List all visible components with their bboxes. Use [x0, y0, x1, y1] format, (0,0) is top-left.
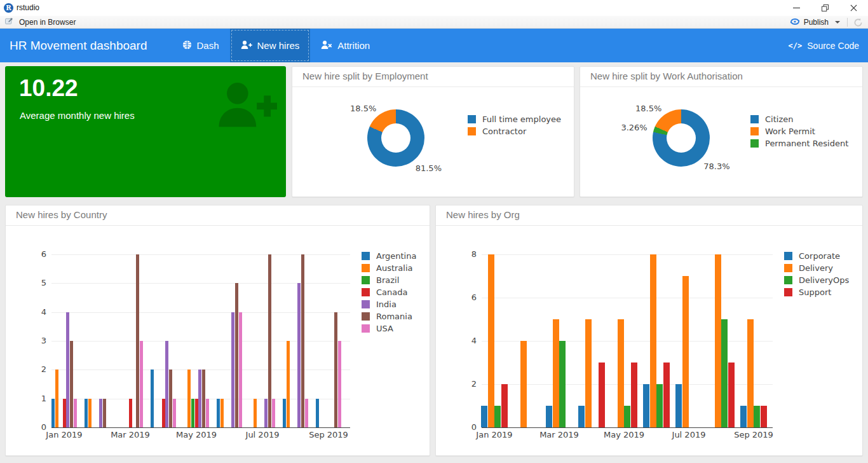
legend-item[interactable]: Brazil — [362, 275, 399, 285]
bar — [99, 399, 102, 427]
card-new-hires-by-org: New hires by Org 02468Jan 2019Mar 2019Ma… — [435, 205, 863, 456]
card-employment: New hire split by Employment 81.5%18.5%F… — [292, 66, 574, 197]
legend-label: Argentina — [376, 251, 416, 261]
person-plus-icon — [241, 40, 252, 52]
source-code-button[interactable]: </> Source Code — [780, 29, 868, 62]
x-tick-label: May 2019 — [599, 430, 649, 439]
restore-button[interactable] — [811, 0, 839, 16]
legend-item[interactable]: Delivery — [784, 263, 833, 273]
bar — [520, 341, 527, 427]
legend-item[interactable]: USA — [362, 323, 393, 333]
open-in-browser-button[interactable]: Open in Browser — [5, 16, 76, 29]
legend-label: Romania — [376, 312, 412, 321]
legend-item[interactable]: Canada — [362, 287, 407, 297]
tab-dash[interactable]: Dash — [172, 29, 230, 62]
chart-country-plot: 0123456Jan 2019Mar 2019May 2019Jul 2019S… — [6, 205, 430, 455]
bar — [272, 399, 275, 427]
bar — [631, 363, 637, 427]
bar — [338, 341, 341, 427]
legend-item[interactable]: Support — [784, 287, 831, 297]
person-x-icon — [321, 40, 332, 52]
bar — [55, 370, 58, 427]
legend-item[interactable]: Corporate — [784, 251, 840, 261]
bar — [715, 254, 721, 427]
bar — [721, 319, 728, 427]
tab-new-hires-label: New hires — [257, 40, 300, 51]
bar — [169, 370, 172, 427]
bar — [747, 319, 754, 427]
tab-attrition-label: Attrition — [337, 40, 370, 51]
legend-label: USA — [376, 324, 393, 333]
legend-item[interactable]: Work Permit — [750, 126, 815, 136]
legend-item[interactable]: DeliveryOps — [784, 275, 849, 285]
legend-item[interactable]: Permanent Resident — [750, 138, 848, 148]
bar — [675, 384, 682, 427]
bar — [494, 406, 501, 427]
legend-item[interactable]: Full time employee — [468, 114, 561, 124]
bar — [74, 399, 77, 427]
legend-item[interactable]: Romania — [362, 311, 412, 321]
legend-label: India — [376, 300, 397, 309]
open-in-browser-label: Open in Browser — [19, 18, 76, 27]
publish-button[interactable]: Publish — [786, 17, 844, 28]
legend-swatch — [750, 127, 759, 135]
page-title: HR Movement dashboard — [0, 29, 172, 62]
tab-new-hires[interactable]: New hires — [230, 29, 311, 62]
value-box-value: 10.22 — [19, 75, 78, 102]
card-work-authorisation: New hire split by Work Authorisation 78.… — [580, 66, 863, 197]
legend-label: Permanent Resident — [765, 139, 848, 148]
r-logo-icon: R — [4, 3, 13, 13]
bar — [501, 384, 508, 427]
tab-attrition[interactable]: Attrition — [310, 29, 381, 62]
rstudio-window: R rstudio Open in Browser — [0, 0, 868, 463]
slice-label: 18.5% — [350, 104, 376, 113]
y-tick-label: 5 — [22, 278, 46, 287]
legend-swatch — [750, 139, 759, 148]
legend-item[interactable]: Argentina — [362, 251, 416, 261]
bar — [235, 283, 238, 427]
bar — [283, 399, 286, 427]
close-button[interactable] — [839, 0, 868, 16]
slice-label: 78.3% — [703, 161, 729, 170]
bar — [231, 312, 234, 427]
source-code-label: Source Code — [807, 41, 859, 51]
legend-swatch — [362, 252, 370, 260]
y-tick-label: 6 — [22, 249, 46, 259]
legend-item[interactable]: Contractor — [468, 126, 526, 136]
legend-label: Delivery — [799, 263, 833, 273]
legend-label: Full time employee — [482, 114, 561, 124]
legend-swatch — [362, 288, 370, 296]
legend-swatch — [784, 264, 792, 272]
grid-line — [51, 254, 350, 255]
legend-item[interactable]: Australia — [362, 263, 413, 273]
svg-text:R: R — [6, 4, 11, 11]
bar — [220, 399, 224, 427]
donut — [367, 109, 424, 167]
publish-label: Publish — [804, 18, 829, 27]
bar — [140, 341, 143, 427]
legend-label: Australia — [376, 263, 413, 273]
legend-swatch — [468, 127, 476, 135]
bar — [254, 399, 257, 427]
bar — [578, 406, 585, 427]
grid-line — [482, 298, 773, 298]
legend-item[interactable]: Citizen — [750, 114, 793, 124]
bar — [663, 363, 670, 427]
person-plus-large-icon — [217, 80, 277, 132]
legend-swatch — [362, 324, 370, 333]
y-tick-label: 4 — [452, 336, 477, 345]
bar — [740, 406, 747, 427]
card-new-hires-by-country: New hires by Country 0123456Jan 2019Mar … — [5, 205, 430, 456]
bar — [488, 254, 494, 427]
refresh-icon[interactable] — [851, 18, 865, 27]
grid-line — [482, 254, 773, 255]
legend-label: Canada — [376, 287, 407, 297]
minimize-button[interactable] — [782, 0, 811, 16]
toolbar: Open in Browser Publish — [0, 16, 868, 29]
legend-label: Work Permit — [765, 127, 815, 136]
legend-item[interactable]: India — [362, 299, 397, 309]
bar — [728, 363, 735, 427]
legend-swatch — [468, 115, 476, 123]
publish-icon — [790, 17, 800, 28]
title-bar: R rstudio — [0, 0, 868, 16]
